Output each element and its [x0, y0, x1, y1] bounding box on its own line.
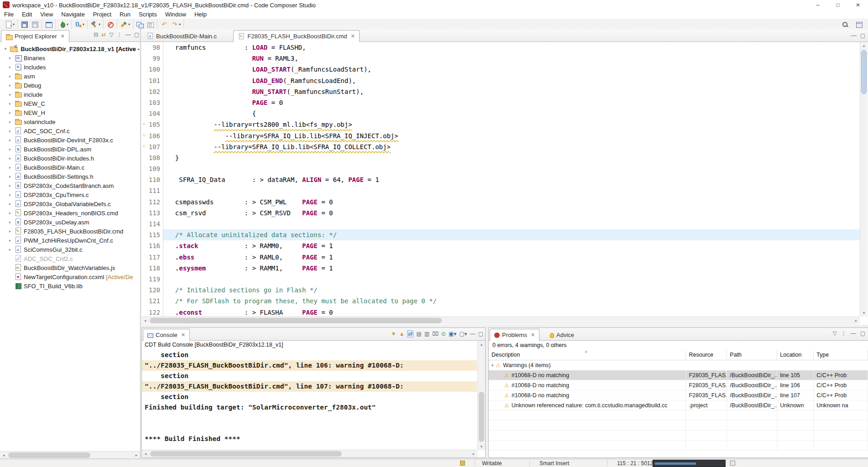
editor-hscrollbar[interactable]: ◂▸ [141, 317, 860, 324]
tree-item[interactable]: ▸SciCommsGui_32bit.c [0, 245, 140, 254]
code-text[interactable]: } [163, 152, 860, 163]
clear-console-icon[interactable]: ⌧ [432, 331, 439, 337]
code-text[interactable]: { [163, 108, 860, 119]
tree-item[interactable]: ▸F28035_FLASH_BuckBoostBiDir.cmd [0, 227, 140, 236]
tree-item[interactable]: ▸BuckBoostBiDir-Includes.h [0, 154, 140, 163]
code-text[interactable]: --library=rts2800_ml.lib<fs_mpy.obj> [163, 119, 860, 130]
previous-annotation-icon[interactable]: ▲ [399, 331, 404, 337]
expander-icon[interactable]: ▸ [7, 183, 13, 188]
expander-icon[interactable]: ▸ [7, 65, 13, 69]
expander-icon[interactable]: ▸ [7, 74, 13, 78]
expander-icon[interactable]: ▾ [3, 47, 8, 51]
code-line-109[interactable]: 109 [141, 163, 860, 174]
code-text[interactable]: --library=SFRA_IQ_Lib.lib<SFRA_IQ_COLLEC… [163, 141, 860, 152]
collapse-all-icon[interactable]: ⊟ [94, 31, 98, 38]
save-button[interactable] [20, 20, 29, 29]
filter-icon[interactable]: ▽ [109, 31, 113, 38]
minimize-window-button[interactable]: – [808, 0, 828, 10]
line-warning-icon[interactable]: ⚠ [142, 121, 145, 126]
code-line-117[interactable]: 117 .ebss : > RAML0, PAGE = 1 [141, 252, 860, 263]
tree-item[interactable]: ▸ADC_SOC_Cnf.c [0, 126, 140, 135]
tree-item[interactable]: ▸DSP2803x_CodeStartBranch.asm [0, 181, 140, 190]
debug-button[interactable]: ▾ [58, 20, 69, 29]
expander-icon[interactable]: ▸ [7, 56, 13, 60]
code-line-118[interactable]: 118 .esysmem : > RAMM1, PAGE = 1 [141, 263, 860, 274]
expander-icon[interactable]: ▸ [7, 165, 13, 170]
tree-item[interactable]: ▸BuckBoostBiDir-Settings.h [0, 172, 140, 181]
problem-row[interactable]: ⚠#10068-D no matchingF28035_FLAS.../Buck… [489, 370, 868, 380]
pin-console-icon[interactable]: ⊙ [441, 331, 446, 337]
minimize-view-icon[interactable]: — [851, 330, 856, 337]
tree-root-project[interactable]: ▾⚠BuckBoostBiDir_F2803x12.18_v1 [Active … [0, 44, 140, 53]
expander-icon[interactable]: ▸ [7, 101, 13, 106]
code-text[interactable]: /* For SDFlash to program these, they mu… [163, 296, 860, 306]
code-line-106[interactable]: ⚠106 --library=SFRA_IQ_Lib.lib<SFRA_IQ_I… [141, 130, 860, 141]
code-text[interactable]: PAGE = 0 [163, 97, 860, 108]
code-text[interactable]: .ebss : > RAML0, PAGE = 1 [163, 252, 860, 263]
expander-icon[interactable]: ▸ [7, 174, 13, 179]
word-wrap-icon[interactable]: ▤ [416, 331, 421, 337]
tree-item[interactable]: ADC_SOC_Cnf2.c [0, 254, 140, 263]
code-text[interactable]: LOAD_START(_RamfuncsLoadStart), [163, 64, 860, 75]
menu-project[interactable]: Project [89, 10, 115, 18]
code-text[interactable]: ramfuncs : LOAD = FLASHD, [163, 42, 860, 53]
code-text[interactable]: RUN_START(_RamfuncsRunStart), [163, 86, 860, 97]
line-warning-icon[interactable]: ⚠ [142, 144, 145, 148]
code-text[interactable] [163, 274, 860, 285]
tree-item[interactable]: ▸DSP2803x_CpuTimers.c [0, 190, 140, 199]
code-line-122[interactable]: 122 .econst : > FLASHA PAGE = 0 [141, 307, 860, 317]
code-line-98[interactable]: 98 ramfuncs : LOAD = FLASHD, [141, 42, 860, 53]
menu-edit[interactable]: Edit [18, 10, 36, 18]
code-line-111[interactable]: 111 [141, 185, 860, 196]
expander-icon[interactable]: ▸ [7, 92, 13, 97]
editor-vscrollbar[interactable]: ▴▾ [860, 42, 868, 317]
next-annotation-icon[interactable]: ▼ [391, 331, 396, 337]
problems-group-warnings[interactable]: ▾⚠Warnings (4 items) [489, 360, 868, 370]
expander-icon[interactable]: ▸ [7, 83, 13, 88]
code-line-113[interactable]: 113 csm_rsvd : > CSM_RSVD PAGE = 0 [141, 208, 860, 218]
tab-console[interactable]: Console ✕ [143, 329, 190, 341]
code-text[interactable]: SFRA_IQ_Data : > dataRAM, ALIGN = 64, PA… [163, 174, 860, 185]
code-line-107[interactable]: ⚠107 --library=SFRA_IQ_Lib.lib<SFRA_IQ_C… [141, 141, 860, 152]
expander-icon[interactable]: ▸ [7, 138, 13, 142]
console-window-button[interactable] [44, 20, 53, 29]
tree-item[interactable]: ▸Includes [0, 62, 140, 72]
problem-row[interactable]: ⚠Unknown referenced nature: com.ti.ccstu… [489, 400, 868, 410]
expander-icon[interactable]: ▸ [7, 220, 13, 224]
forward-button[interactable]: ↷▾ [170, 20, 182, 29]
tree-item[interactable]: ▸BuckBoostBiDir-Main.c [0, 163, 140, 172]
column-header-location[interactable]: Location [777, 350, 814, 360]
close-window-button[interactable]: ✕ [848, 0, 868, 10]
close-icon[interactable]: ✕ [351, 33, 355, 39]
tree-item[interactable]: ▸NEW_C [0, 99, 140, 108]
expander-icon[interactable]: ▸ [7, 192, 13, 197]
expander-icon[interactable]: ▾ [492, 363, 494, 368]
console-vscrollbar[interactable]: ▴▾ [477, 341, 485, 450]
tree-item[interactable]: ▸BuckBoostBiDir-DevInit_F2803x.c [0, 135, 140, 145]
menu-navigate[interactable]: Navigate [57, 10, 89, 18]
filter-icon[interactable]: ▽ [832, 330, 837, 337]
code-line-120[interactable]: 120 /* Initalized sections go in Flash *… [141, 285, 860, 296]
minimize-view-icon[interactable]: — [125, 31, 131, 38]
code-line-121[interactable]: 121 /* For SDFlash to program these, the… [141, 296, 860, 306]
duplicate-window-button[interactable] [135, 20, 145, 29]
code-line-100[interactable]: 100 LOAD_START(_RamfuncsLoadStart), [141, 64, 860, 75]
code-line-103[interactable]: 103 PAGE = 0 [141, 97, 860, 108]
code-text[interactable]: .stack : > RAMM0, PAGE = 1 [163, 240, 860, 251]
tab-advice[interactable]: Advice [546, 329, 578, 341]
minimize-console-icon[interactable]: — [470, 331, 476, 337]
perspective-button[interactable] [854, 20, 864, 29]
tree-item[interactable]: ▸asm [0, 72, 140, 81]
problem-row[interactable]: ⚠#10068-D no matchingF28035_FLAS.../Buck… [489, 390, 868, 400]
minimize-editor-icon[interactable]: — [851, 32, 857, 39]
tree-item[interactable]: NewTargetConfiguration.ccxml [Active/De [0, 272, 140, 281]
expander-icon[interactable]: ▸ [7, 247, 13, 252]
console-hscrollbar[interactable]: ◂▸ [142, 450, 477, 457]
view-menu-icon[interactable]: ⋮ [841, 330, 847, 337]
menu-help[interactable]: Help [190, 10, 211, 18]
tree-item[interactable]: BuckBoostBiDir_WatchVariables.js [0, 263, 140, 272]
close-icon[interactable]: ✕ [531, 332, 535, 338]
scroll-lock-icon[interactable]: ▥ [424, 331, 429, 337]
maximize-console-icon[interactable]: ▢ [478, 331, 483, 337]
new-dropdown-button[interactable]: ▾ [4, 20, 16, 29]
